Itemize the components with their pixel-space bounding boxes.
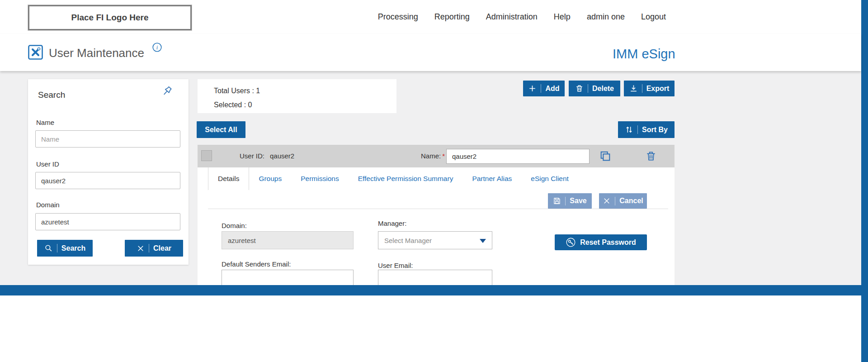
row-name-input[interactable]	[446, 149, 590, 164]
pin-icon[interactable]	[160, 85, 173, 98]
info-icon[interactable]: i	[152, 43, 162, 52]
top-nav: Processing Reporting Administration Help…	[378, 0, 666, 34]
fi-logo-text: Place FI Logo Here	[71, 13, 148, 23]
button-divider	[637, 125, 638, 134]
delete-button-label: Delete	[592, 85, 614, 93]
chevron-down-icon	[480, 239, 486, 243]
clear-button-label: Clear	[153, 244, 171, 252]
search-panel: Search Name User ID Domain Search	[28, 79, 189, 265]
button-divider	[642, 84, 642, 93]
manager-label: Manager:	[378, 219, 406, 227]
row-name-label: Name:*	[421, 152, 445, 160]
nav-user-menu[interactable]: admin one	[587, 12, 625, 22]
button-divider	[615, 197, 615, 205]
user-detail-panel: Details Groups Permissions Effective Per…	[198, 167, 675, 285]
clear-x-icon	[137, 244, 145, 252]
key-icon	[566, 237, 576, 248]
summary-box: Total Users : 1 Selected : 0	[198, 79, 396, 113]
cancel-x-icon	[603, 197, 611, 205]
nav-logout[interactable]: Logout	[641, 12, 666, 22]
user-email-input[interactable]	[378, 270, 492, 285]
delete-user-icon[interactable]	[645, 150, 657, 162]
cancel-button[interactable]: Cancel	[599, 193, 647, 209]
export-button-label: Export	[646, 85, 670, 93]
user-email-label: User Email:	[378, 262, 413, 269]
save-button[interactable]: Save	[548, 193, 592, 209]
required-asterisk: *	[442, 152, 445, 160]
user-maintenance-icon	[28, 45, 43, 60]
manager-select[interactable]: Select Manager	[378, 231, 492, 249]
total-users-text: Total Users : 1	[214, 84, 396, 98]
search-domain-input[interactable]	[35, 213, 180, 230]
nav-reporting[interactable]: Reporting	[434, 12, 470, 22]
footer-bar	[0, 285, 861, 295]
search-button[interactable]: Search	[37, 240, 93, 257]
clear-button[interactable]: Clear	[125, 240, 183, 257]
cancel-button-label: Cancel	[619, 197, 643, 205]
select-all-button[interactable]: Select All	[197, 121, 245, 138]
domain-label: Domain	[36, 201, 60, 209]
plus-icon	[528, 84, 537, 93]
detail-tabs: Details Groups Permissions Effective Per…	[198, 167, 578, 190]
row-checkbox[interactable]	[201, 150, 212, 161]
tab-effective-permission-summary[interactable]: Effective Permission Summary	[349, 167, 463, 190]
form-domain-label: Domain:	[222, 222, 247, 229]
trash-icon	[575, 84, 584, 93]
fi-logo-placeholder: Place FI Logo Here	[28, 5, 192, 30]
right-scrollbar[interactable]	[861, 0, 868, 362]
search-user-id-input[interactable]	[35, 172, 180, 189]
copy-user-icon[interactable]	[599, 150, 612, 162]
search-button-label: Search	[61, 244, 85, 252]
button-divider	[565, 197, 566, 205]
button-divider	[588, 84, 588, 93]
reset-password-label: Reset Password	[580, 238, 636, 247]
button-divider	[149, 244, 149, 252]
tab-details[interactable]: Details	[208, 167, 249, 190]
product-name: IMM eSign	[613, 47, 675, 62]
search-panel-title: Search	[38, 90, 65, 100]
row-name-label-text: Name:	[421, 152, 441, 160]
nav-administration[interactable]: Administration	[486, 12, 538, 22]
button-divider	[57, 244, 57, 252]
top-header: Place FI Logo Here Processing Reporting …	[0, 0, 861, 34]
user-id-label: User ID	[36, 160, 59, 168]
reset-password-button[interactable]: Reset Password	[555, 234, 647, 250]
tab-permissions[interactable]: Permissions	[291, 167, 348, 190]
form-divider	[208, 209, 668, 209]
svg-text:i: i	[156, 44, 158, 51]
name-label: Name	[36, 119, 54, 126]
row-user-id-value: qauser2	[270, 152, 294, 160]
manager-selected-value: Select Manager	[384, 237, 432, 244]
page-title: User Maintenance	[49, 46, 144, 60]
sort-by-button[interactable]: Sort By	[618, 121, 675, 138]
search-name-input[interactable]	[35, 130, 180, 148]
add-button-label: Add	[545, 85, 559, 93]
nav-processing[interactable]: Processing	[378, 12, 418, 22]
button-divider	[541, 84, 541, 93]
save-button-label: Save	[570, 197, 586, 205]
default-senders-email-label: Default Senders Email:	[222, 260, 291, 268]
row-user-id-label: User ID:	[240, 152, 264, 160]
save-floppy-icon	[553, 197, 561, 205]
export-button[interactable]: Export	[624, 81, 675, 96]
tab-partner-alias[interactable]: Partner Alias	[462, 167, 521, 190]
form-domain-input	[222, 231, 354, 249]
sort-by-label: Sort By	[642, 126, 668, 134]
selected-count-text: Selected : 0	[214, 98, 396, 112]
delete-button[interactable]: Delete	[569, 81, 620, 96]
user-row: User ID: qauser2 Name:*	[198, 145, 675, 167]
nav-help[interactable]: Help	[554, 12, 571, 22]
select-all-label: Select All	[205, 126, 237, 134]
add-button[interactable]: Add	[523, 81, 565, 96]
default-senders-email-input[interactable]	[222, 270, 354, 285]
search-icon	[44, 244, 53, 252]
title-bar: User Maintenance i IMM eSign	[0, 34, 861, 71]
download-icon	[629, 84, 638, 93]
sort-arrows-icon	[625, 125, 633, 134]
tab-esign-client[interactable]: eSign Client	[521, 167, 578, 190]
tab-groups[interactable]: Groups	[249, 167, 291, 190]
